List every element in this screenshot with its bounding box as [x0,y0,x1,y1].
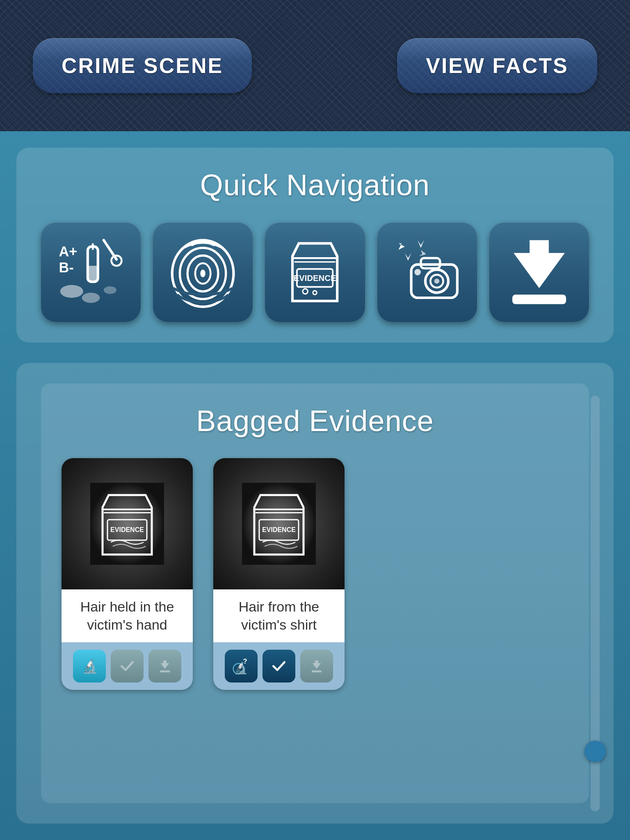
download-arrow-icon [501,234,578,310]
microscope-dark-icon: 🔬 ? [232,657,251,676]
evidence-bag-card-1-icon: EVIDENCE [90,483,164,565]
svg-text:EVIDENCE: EVIDENCE [294,274,336,283]
evidence-card-2-actions: 🔬 ? [213,642,345,690]
check-inactive-icon [119,658,135,674]
svg-text:EVIDENCE: EVIDENCE [262,526,296,533]
evidence-bag-nav-button[interactable]: EVIDENCE [265,222,365,322]
svg-rect-43 [312,670,322,672]
blood-test-icon: A+ B- [52,234,129,310]
camera-icon [389,234,466,310]
view-facts-button[interactable]: VIEW FACTS [397,38,597,93]
header: CRIME SCENE VIEW FACTS [0,0,630,131]
evidence-card-2: EVIDENCE Hair from the victim's shirt 🔬 [213,458,345,689]
evidence-2-microscope-button[interactable]: 🔬 ? [225,650,258,682]
crime-scene-button[interactable]: CRIME SCENE [33,38,252,93]
camera-nav-button[interactable] [377,222,477,322]
evidence-card-1-image: EVIDENCE [62,458,193,589]
evidence-1-microscope-button[interactable]: 🔬 [73,650,106,682]
evidence-panel: Bagged Evidence [16,363,614,824]
evidence-card-2-image: EVIDENCE [213,458,345,589]
svg-point-20 [313,291,317,294]
evidence-card-1-actions: 🔬 [62,642,193,690]
svg-rect-27 [512,294,566,304]
quick-nav-title: Quick Navigation [41,168,589,202]
main-content: Quick Navigation A+ B- [0,131,630,840]
evidence-1-download-button[interactable] [148,650,181,682]
scrollbar-track [591,396,600,811]
svg-text:?: ? [243,657,247,665]
evidence-card-2-label: Hair from the victim's shirt [213,589,345,642]
scrollbar-thumb[interactable] [584,741,606,762]
download-inactive-icon [157,658,173,674]
blood-test-nav-button[interactable]: A+ B- [41,222,141,322]
download-inactive-2-icon [308,658,325,674]
evidence-1-check-button[interactable] [111,650,144,682]
crime-scene-label: CRIME SCENE [62,54,223,78]
evidence-2-check-button[interactable] [262,650,295,682]
evidence-card-1-label: Hair held in the victim's hand [62,589,193,642]
fingerprint-icon [164,234,241,310]
svg-point-19 [303,289,308,294]
svg-text:🔬: 🔬 [82,659,98,674]
svg-text:A+: A+ [59,244,78,259]
evidence-panel-inner: Bagged Evidence [41,383,589,803]
evidence-bag-card-2-icon: EVIDENCE [242,483,316,565]
evidence-card-1: EVIDENCE Hair held in the victim's hand … [62,458,193,689]
check-active-icon [271,658,287,674]
evidence-items-row: EVIDENCE Hair held in the victim's hand … [62,458,568,689]
bagged-evidence-title: Bagged Evidence [62,404,568,438]
svg-point-8 [82,293,100,303]
svg-point-25 [434,278,439,283]
fingerprint-nav-button[interactable] [153,222,253,322]
view-facts-label: VIEW FACTS [426,54,568,78]
nav-icons-row: A+ B- [41,222,589,322]
evidence-bag-icon: EVIDENCE [276,234,353,310]
svg-point-9 [104,286,116,294]
svg-point-7 [60,285,83,298]
evidence-2-download-button[interactable] [300,650,333,682]
download-nav-button[interactable] [489,222,589,322]
svg-text:EVIDENCE: EVIDENCE [110,526,144,533]
svg-point-14 [201,269,205,277]
quick-nav-panel: Quick Navigation A+ B- [16,148,614,342]
svg-rect-3 [88,266,98,282]
microscope-active-icon: 🔬 [80,657,99,676]
svg-point-26 [414,269,421,276]
svg-text:B-: B- [59,260,74,275]
scrollbar [589,396,601,811]
svg-rect-34 [160,670,170,672]
